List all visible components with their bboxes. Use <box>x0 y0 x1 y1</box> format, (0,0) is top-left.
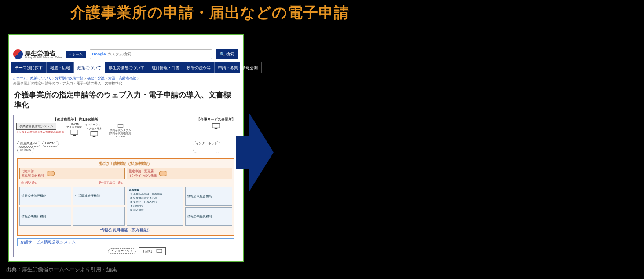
svg-rect-3 <box>93 136 95 137</box>
home-button[interactable]: ⌂ ホーム <box>66 51 86 58</box>
svg-rect-2 <box>91 131 98 136</box>
website-screenshot: 厚生労働省 Ministry of Health, Labour and Wel… <box>8 34 244 262</box>
ledger-system-box: 事業者台帳管理システム <box>16 123 56 130</box>
cloud-lgwan: LGWAN <box>42 141 59 147</box>
function-cell <box>73 207 125 226</box>
service-office-header: 【介護サービス事業所】 <box>197 117 235 122</box>
page-title: 介護事業所の指定申請等のウェブ入力・電子申請の導入、文書標準化 <box>11 88 240 115</box>
search-icon: 🔍 <box>220 52 225 56</box>
basic-info-item: 利用料等 <box>133 204 181 208</box>
nav-tab[interactable]: 厚生労働省について <box>105 62 148 73</box>
info-system-terminal: 情報公表システム （情報公表用機能用） ID・PW <box>106 123 135 139</box>
accept-function-right: 指定申請・変更届 オンライン受付機能 <box>127 168 232 179</box>
nav-tab[interactable]: 報道・広報 <box>47 62 74 73</box>
mhlw-logo-icon <box>13 49 23 59</box>
cloud-togo: 統合NW <box>17 147 34 153</box>
slide-title: 介護事業所の申請・届出などの電子申請 <box>70 3 349 23</box>
svg-rect-4 <box>118 124 123 127</box>
site-header: 厚生労働省 Ministry of Health, Labour and Wel… <box>11 49 240 61</box>
basic-info-item: 従業者に関するもの <box>133 196 181 200</box>
function-cell: 情報公表管理機能 <box>19 187 71 206</box>
breadcrumb-tail: 介護事業所の指定申請等のウェブ入力・電子申請の導入、文書標準化 <box>13 81 122 86</box>
basic-info-item: 事業所の名称、所在地等 <box>133 192 181 196</box>
search-button[interactable]: 🔍 検索 <box>216 49 238 59</box>
breadcrumb-link[interactable]: 政策について <box>30 76 51 81</box>
flow-label: 受付完了/差戻し通知 <box>99 181 123 185</box>
application-function-panel: 指定申請機能（拡張機能） 指定申請・ 変更届 受付機能 ②：受入通知 受付完了/… <box>17 158 234 236</box>
google-logo: Google <box>90 52 107 56</box>
svg-rect-8 <box>158 253 161 253</box>
cloud-gov: 政府共通NW <box>17 141 40 147</box>
function-cell: 情報公表集計機能 <box>19 207 71 226</box>
nav-tab[interactable]: 統計情報・白書 <box>148 62 183 73</box>
svg-rect-7 <box>157 249 162 252</box>
breadcrumb-link[interactable]: ホーム <box>16 76 27 81</box>
citizen-box: 【国民】 <box>139 247 166 255</box>
ministry-name-en: Ministry of Health, Labour and Welfare <box>25 56 62 59</box>
nav-tab[interactable]: 所管の法令等 <box>183 62 215 73</box>
nav-tab-active[interactable]: 政策について <box>74 62 105 73</box>
right-arrow-icon <box>249 113 274 192</box>
breadcrumb-link[interactable]: 介護・高齢者福祉 <box>108 76 136 81</box>
nav-tab[interactable]: テーマ別に探す <box>11 62 47 73</box>
svg-rect-0 <box>71 130 78 134</box>
svg-rect-5 <box>212 123 220 128</box>
svg-rect-1 <box>73 135 76 136</box>
basic-info-item: 提供サービスの内容 <box>133 200 181 204</box>
function-cell: 情報公表報告機能 <box>185 187 232 206</box>
service-office-terminal <box>212 123 220 130</box>
home-icon: ⌂ <box>69 52 71 56</box>
breadcrumb-link[interactable]: 分野別の政策一覧 <box>55 76 83 81</box>
basic-info-cell: 基本情報 事業所の名称、所在地等従業者に関するもの提供サービスの内容利用料等法人… <box>127 187 183 226</box>
cloud-internet-bottom: インターネット <box>108 248 136 254</box>
accept-function-left: 指定申請・ 変更届 受付機能 <box>19 168 125 179</box>
internet-terminal: インターネット アクセス端末 <box>85 123 103 138</box>
home-icon: ⌂ <box>13 77 15 81</box>
svg-rect-6 <box>215 128 217 129</box>
main-nav: テーマ別に探す 報道・広報 政策について 厚生労働省について 統計情報・白書 所… <box>11 62 240 73</box>
db-icon <box>47 171 55 176</box>
breadcrumb-link[interactable]: 福祉・介護 <box>87 76 105 81</box>
search-box[interactable]: Google <box>90 49 212 59</box>
flow-label: ②：受入通知 <box>21 181 37 185</box>
basic-info-item: 法人情報 <box>133 208 181 212</box>
search-button-label: 検索 <box>226 51 234 57</box>
breadcrumb: ⌂ ホーム> 政策について> 分野別の政策一覧> 福祉・介護> 介護・高齢者福祉… <box>11 73 240 88</box>
public-info-system-band: 介護サービス情報公表システム <box>17 238 234 246</box>
ministry-logo: 厚生労働省 Ministry of Health, Labour and Wel… <box>13 49 62 59</box>
nav-tab[interactable]: 申請・募集・情報公開 <box>215 62 262 73</box>
cloud-internet: インターネット <box>193 141 220 153</box>
search-input[interactable] <box>107 52 212 56</box>
db-icon <box>159 171 167 176</box>
function-cell: 生活関連管理機能 <box>73 187 125 206</box>
ministry-name-jp: 厚生労働省 <box>25 50 62 56</box>
ledger-note: ※システム連携による入力作業の効率化 <box>16 130 64 134</box>
storage-function-title: 情報公表用機能（既存機能） <box>19 228 232 233</box>
application-function-title: 指定申請機能（拡張機能） <box>19 161 232 167</box>
prefecture-header: 【都道府県等】 約1,800箇所 <box>53 117 98 122</box>
system-diagram: 【都道府県等】 約1,800箇所 事業者台帳管理システム ※システム連携による入… <box>13 115 238 257</box>
lgwan-terminal: LGWAN アクセス端末 <box>66 123 82 136</box>
source-note: 出典：厚生労働省ホームページより引用・編集 <box>6 266 117 273</box>
home-label: ホーム <box>72 52 83 56</box>
function-cell: 情報公表提供機能 <box>185 207 232 226</box>
